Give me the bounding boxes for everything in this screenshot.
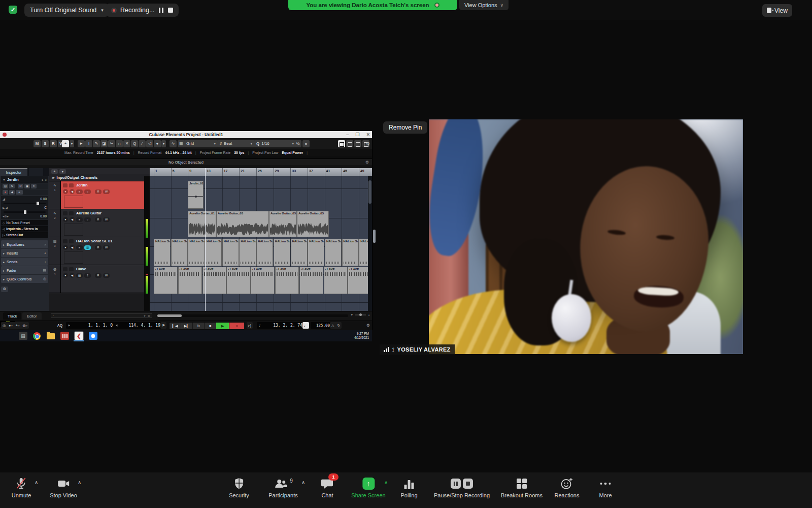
taskbar-clock[interactable]: 9:27 PM 4/15/2021 — [354, 332, 369, 340]
close-button[interactable]: ✕ — [366, 132, 370, 137]
record-enable-button[interactable]: ● — [63, 217, 68, 222]
audio-clip-jerdin[interactable]: Jerdin_02 — [188, 181, 204, 209]
tool-button[interactable]: ► — [78, 140, 85, 147]
move-tool-button[interactable]: + — [62, 140, 69, 147]
beat-grid-select[interactable]: ♯ Beat ▾ — [217, 140, 255, 147]
inspector-section-header[interactable]: ▸ Equalizers ≈ — [1, 240, 48, 248]
midi-mode-button[interactable]: ◍▾ — [21, 324, 29, 328]
msrw-button[interactable]: M — [33, 140, 41, 147]
solo-button[interactable]: S — [9, 184, 15, 188]
activate-button[interactable]: ◎ — [1, 324, 7, 328]
read-button[interactable]: R — [95, 189, 101, 194]
show-inspector-button[interactable] — [338, 140, 345, 147]
share-options-caret[interactable]: ∧ — [384, 480, 388, 485]
vertical-scrollbar[interactable] — [368, 176, 372, 311]
audio-clip-aurelio[interactable]: Aurelio Guitar_01 — [188, 211, 216, 237]
quantize-select[interactable]: Q 1/16 ▾ — [254, 140, 296, 147]
show-lower-zone-button[interactable] — [346, 140, 353, 147]
stop-video-button[interactable]: Stop Video — [47, 477, 80, 499]
track-mute-button[interactable] — [63, 183, 67, 187]
monitor-button[interactable]: ◀ — [9, 190, 15, 195]
record-mode-button[interactable]: ●▾ — [7, 324, 14, 327]
plus-icon[interactable]: + — [368, 313, 370, 317]
status-gear-icon[interactable]: ⚙ — [365, 160, 369, 165]
scroll-thumb[interactable] — [157, 314, 182, 317]
read-button[interactable]: R — [95, 245, 101, 250]
midi-clip-clave[interactable]: cLAVE — [154, 267, 178, 294]
caret-down-icon[interactable]: ▾ — [351, 313, 353, 317]
auto-quantize-button[interactable]: AQ — [55, 322, 65, 329]
breakout-rooms-button[interactable]: Breakout Rooms — [498, 477, 546, 499]
monitor-button[interactable]: ◀ — [70, 189, 75, 194]
audio-clip-aurelio[interactable]: Aurelio Guitar_05 — [297, 211, 329, 237]
track-row-halion-sonic[interactable]: ▥ 3 HALion Sonic SE 01 ● ◀ e — [49, 237, 150, 265]
cycle-button[interactable]: ↻ — [193, 323, 205, 329]
panel-resize-handle[interactable] — [373, 230, 376, 243]
video-options-caret[interactable]: ∧ — [78, 480, 81, 485]
input-routing-row[interactable]: ◁ Izquierda - Stereo In — [1, 226, 48, 232]
original-sound-toggle-button[interactable]: Turn Off Original Sound ▾ — [24, 4, 109, 17]
tool-button[interactable]: I — [85, 140, 92, 147]
show-right-zone-button[interactable] — [354, 140, 361, 147]
taskbar-chrome-icon[interactable] — [33, 332, 41, 340]
tool-button[interactable]: ◪ — [100, 140, 108, 147]
record-enable-button[interactable]: ● — [3, 190, 8, 195]
write-button[interactable]: W — [103, 245, 110, 250]
windows-start-button[interactable] — [6, 332, 13, 340]
track-row-clave[interactable]: ◍ 4 Clave ● ◀ ▤ 2 — [49, 265, 150, 293]
security-button[interactable]: Security — [226, 477, 252, 499]
caret-down-icon[interactable]: ▾ — [144, 314, 146, 318]
write-button[interactable]: ▣ — [24, 184, 30, 188]
tempo-display[interactable]: 125.00 — [311, 322, 332, 329]
play-button[interactable]: ▶ — [216, 323, 229, 329]
msrw-button[interactable]: R — [50, 140, 57, 147]
reactions-button[interactable]: Reactions — [552, 477, 583, 499]
midi-clip-halion[interactable]: HALion So — [308, 239, 324, 266]
inspector-tab[interactable]: Inspector — [0, 168, 27, 176]
toolbar-setup-gear-icon[interactable]: ⚙ — [366, 141, 370, 146]
add-track-button[interactable]: + — [51, 169, 58, 174]
inspector-section-header[interactable]: ▸ Quick Controls ◎ — [1, 275, 48, 283]
midi-clip-halion[interactable]: HALion So — [256, 239, 273, 266]
inspector-track-header[interactable]: ▼ Jerdin ▸ e — [1, 176, 48, 183]
track-preset-row[interactable]: ◇ No Track Preset — [1, 220, 48, 226]
mute-button[interactable]: ▤ — [3, 184, 8, 188]
inspector-setup-gear-button[interactable]: ⚙ — [1, 287, 8, 292]
monitor-button[interactable]: ◀ — [70, 273, 75, 278]
inserts-state-button[interactable]: ○ — [84, 189, 91, 194]
midi-clip-halion[interactable]: HALion So — [325, 239, 342, 266]
metronome-button[interactable]: △ — [330, 324, 335, 328]
tool-button[interactable]: ✂ — [108, 140, 115, 147]
write-button[interactable]: W — [103, 273, 110, 278]
inspector-section-header[interactable]: ▸ Fader ▤ — [1, 266, 48, 274]
gear-icon[interactable]: ⚙ — [148, 314, 150, 318]
participants-options-caret[interactable]: ∧ — [301, 480, 305, 485]
midi-clip-clave[interactable]: cLAVE — [299, 267, 323, 294]
midi-clip-halion[interactable]: HALion So — [342, 239, 359, 266]
midi-clip-clave[interactable]: cLAVE — [324, 267, 348, 294]
midi-clip-clave[interactable]: cLAVE — [275, 267, 299, 294]
meeting-security-shield-icon[interactable]: ✓ — [9, 6, 17, 14]
audio-clip-aurelio[interactable]: Aurelio Guitar_03 — [216, 211, 269, 237]
polling-button[interactable]: Polling — [397, 477, 420, 499]
taskbar-zoom-icon[interactable] — [89, 332, 97, 340]
tool-button[interactable]: ✎ — [93, 140, 100, 147]
track-solo-button[interactable] — [69, 183, 74, 187]
output-routing-row[interactable]: ▷ Stereo Out — [1, 232, 48, 238]
edit-channel-button[interactable]: e — [76, 217, 83, 222]
write-button[interactable]: W — [103, 189, 110, 194]
inspector-section-header[interactable]: ▸ Sends ↓ — [1, 258, 48, 266]
taskbar-voicemeeter-icon[interactable] — [60, 332, 69, 340]
edit-channel-button[interactable]: e — [76, 189, 83, 194]
audition-button[interactable]: ▹) — [247, 324, 253, 328]
taskbar-cubase-icon-active[interactable]: ❮ — [75, 332, 83, 340]
audio-clip-aurelio[interactable]: Aurelio Guitar_05 — [269, 211, 297, 237]
record-button[interactable]: ○ — [229, 323, 245, 329]
track-solo-button[interactable] — [69, 211, 74, 215]
midi-clip-clave[interactable]: cLAVE — [226, 267, 250, 294]
midi-clip-halion[interactable]: HALion So — [222, 239, 239, 266]
punch-in-button[interactable]: ⚑ — [160, 324, 166, 328]
midi-clip-halion[interactable]: HALion So — [171, 239, 188, 266]
taskbar-file-explorer-icon[interactable] — [46, 332, 55, 340]
view-button[interactable]: View — [762, 4, 792, 17]
